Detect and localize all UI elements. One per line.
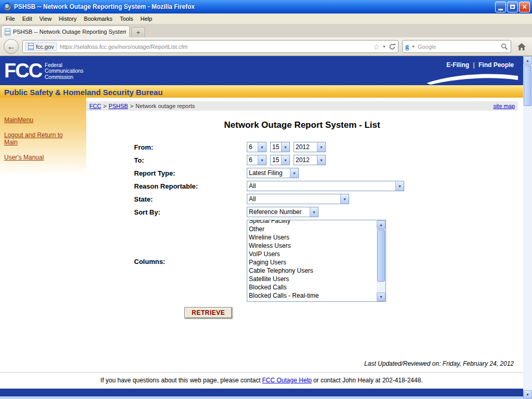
main-content: FCC > PSHSB > Network outage reports sit… [86,98,523,360]
from-year-select[interactable]: 2012 ▼ [294,142,326,152]
site-identity-chip[interactable]: fcc.gov [25,42,57,51]
search-box[interactable]: g ▼ Google [402,40,511,53]
site-map-link[interactable]: site map [493,103,515,109]
search-input[interactable]: Google [418,44,498,50]
window-scrollbar[interactable]: ▲ ▼ [523,56,532,399]
to-label: To: [134,155,247,164]
fcc-logo: FCC [4,61,42,81]
maximize-button[interactable] [507,2,518,12]
bookmark-star-icon[interactable]: ☆ [374,43,380,50]
search-engine-dropdown-icon[interactable]: ▼ [411,45,415,48]
scroll-down-icon[interactable]: ▼ [523,390,532,399]
tab-title: PSHSB -- Network Outage Reporting System [13,29,126,35]
columns-option[interactable]: Paging Users [249,258,377,267]
columns-option[interactable]: Wireline Users [249,233,377,242]
columns-option[interactable]: Blocked Calls - Real-time [249,291,377,300]
chevron-down-icon: ▼ [340,194,349,204]
chevron-down-icon: ▼ [281,155,289,165]
columns-option[interactable]: Other [249,225,377,233]
breadcrumb-link-fcc[interactable]: FCC [89,103,101,109]
chevron-down-icon: ▼ [310,207,318,217]
state-select[interactable]: All ▼ [247,194,349,204]
site-favicon [28,43,34,50]
columns-option[interactable]: Special Facility [249,220,377,225]
chevron-down-icon: ▼ [317,155,325,165]
listbox-scrollbar[interactable]: ▲ ▼ [377,220,385,301]
from-day-select[interactable]: 15 ▼ [270,142,290,152]
search-icon[interactable] [501,43,508,50]
report-type-select[interactable]: Latest Filing ▼ [247,168,299,178]
sort-by-select[interactable]: Reference Number ▼ [247,207,318,217]
site-identity-label: fcc.gov [36,44,54,50]
menu-bar: FileEditViewHistoryBookmarksToolsHelp [0,14,532,24]
reason-reportable-label: Reason Reportable: [134,181,247,190]
header-links: E-Filing | Find People [446,61,514,69]
urlbar-dropdown-icon[interactable]: ▼ [382,45,386,48]
tab-bar: PSHSB -- Network Outage Reporting System… [0,24,532,37]
from-month-select[interactable]: 6 ▼ [247,142,267,152]
reason-reportable-select[interactable]: All ▼ [247,181,404,191]
last-updated: Last Updated/Reviewed on: Friday, Februa… [0,360,523,368]
scroll-up-icon[interactable]: ▲ [523,56,532,65]
breadcrumb-link-pshsb[interactable]: PSHSB [109,103,128,109]
columns-option[interactable]: Blocked Calls [249,283,377,291]
address-bar[interactable]: fcc.gov https://selafoss.fcc.gov/nors/ou… [22,40,398,53]
breadcrumb: FCC > PSHSB > Network outage reports sit… [86,101,518,111]
browser-window: PSHSB -- Network Outage Reporting System… [0,0,532,399]
title-bar: PSHSB -- Network Outage Reporting System… [0,0,532,14]
scrollbar-thumb[interactable] [377,230,385,282]
efiling-link[interactable]: E-Filing [446,61,469,69]
fcc-org-name: Federal Communications Commission [45,62,83,81]
tab-favicon [5,29,10,35]
sidebar-link[interactable]: MainMenu [4,116,77,124]
retrieve-button[interactable]: RETRIEVE [184,307,232,318]
columns-option[interactable]: VoIP Users [249,250,377,258]
to-month-select[interactable]: 6 ▼ [247,155,267,165]
to-year-select[interactable]: 2012 ▼ [294,155,326,165]
google-icon: g [405,43,409,51]
columns-option[interactable]: Satellite Users [249,275,377,283]
home-button[interactable] [515,40,528,54]
menu-item[interactable]: View [36,15,56,23]
scroll-up-icon[interactable]: ▲ [377,220,385,229]
tab-active[interactable]: PSHSB -- Network Outage Reporting System [1,25,130,37]
from-label: From: [134,142,247,151]
reload-icon[interactable] [389,43,396,50]
find-people-link[interactable]: Find People [478,61,514,69]
columns-option[interactable]: Wireless Users [249,242,377,250]
menu-item[interactable]: History [55,15,80,23]
minimize-button[interactable] [495,2,506,12]
close-button[interactable]: × [519,2,530,12]
menu-item[interactable]: File [2,15,19,23]
footer-strip [0,396,523,399]
sidebar-link[interactable]: Logout and Return to Main [4,131,77,146]
maximize-icon [510,5,515,9]
columns-option[interactable]: Cable Telephony Users [249,267,377,275]
chevron-down-icon: ▼ [258,155,266,165]
scrollbar-thumb[interactable] [524,65,531,106]
menu-item[interactable]: Edit [19,15,36,23]
report-type-label: Report Type: [134,168,247,177]
sort-by-label: Sort By: [134,207,247,216]
sidebar: MainMenuLogout and Return to MainUser's … [0,98,86,360]
state-label: State: [134,194,247,203]
sidebar-link[interactable]: User's Manual [4,154,77,161]
new-tab-button[interactable]: + [131,27,145,37]
to-day-select[interactable]: 15 ▼ [270,155,290,165]
columns-listbox[interactable]: Special FacilityOtherWireline UsersWirel… [247,220,386,302]
url-text[interactable]: https://selafoss.fcc.gov/nors/outage/Rep… [60,44,371,50]
report-form: From: 6 ▼ 15 ▼ 2012 ▼ [86,142,518,318]
footer-contact: If you have questions about this web pag… [0,373,523,388]
fcc-header: FCC Federal Communications Commission E-… [0,56,523,85]
chevron-down-icon: ▼ [317,142,325,152]
menu-item[interactable]: Bookmarks [81,15,116,23]
back-button[interactable]: ← [4,39,19,54]
scroll-down-icon[interactable]: ▼ [377,292,385,301]
chevron-down-icon: ▼ [290,168,298,178]
fcc-outage-help-link[interactable]: FCC Outage Help [262,377,312,384]
columns-option[interactable]: Blocked Calls - Historic [249,300,377,302]
swoosh-graphic [425,70,519,85]
menu-item[interactable]: Help [137,15,156,23]
menu-item[interactable]: Tools [116,15,137,23]
footer-bar [0,389,523,396]
